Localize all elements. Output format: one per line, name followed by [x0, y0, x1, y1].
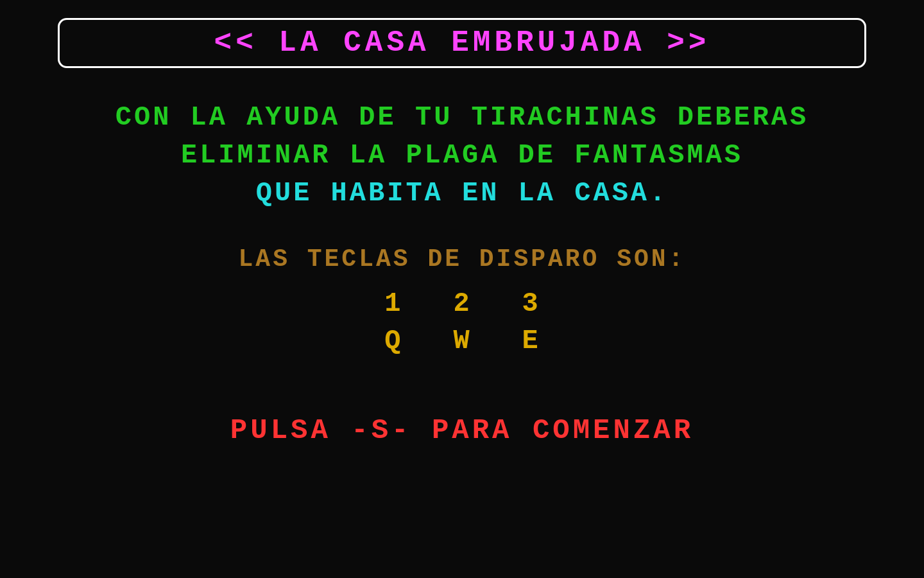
- start-text: PULSA -S- PARA COMENZAR: [45, 414, 879, 446]
- description-line3: QUE HABITA EN LA CASA.: [45, 175, 879, 213]
- key-2: 2: [453, 288, 470, 319]
- description-line1: CON LA AYUDA DE TU TIRACHINAS DEBERAS: [45, 99, 879, 137]
- key-1: 1: [384, 288, 402, 319]
- teclas-label: LAS TECLAS DE DISPARO SON:: [45, 245, 879, 273]
- keys-row1: 1 2 3: [45, 288, 879, 319]
- teclas-section: LAS TECLAS DE DISPARO SON: 1 2 3 Q W E: [45, 245, 879, 356]
- description-line2: ELIMINAR LA PLAGA DE FANTASMAS: [45, 137, 879, 175]
- key-3: 3: [522, 288, 540, 319]
- key-e: E: [522, 326, 540, 356]
- game-title: << LA CASA EMBRUJADA >>: [214, 26, 710, 60]
- pulsa-section: PULSA -S- PARA COMENZAR: [45, 414, 879, 446]
- keys-row2: Q W E: [45, 326, 879, 356]
- key-w: W: [453, 326, 470, 356]
- key-q: Q: [384, 326, 402, 356]
- main-content: CON LA AYUDA DE TU TIRACHINAS DEBERAS EL…: [45, 99, 879, 446]
- title-box: << LA CASA EMBRUJADA >>: [58, 18, 866, 68]
